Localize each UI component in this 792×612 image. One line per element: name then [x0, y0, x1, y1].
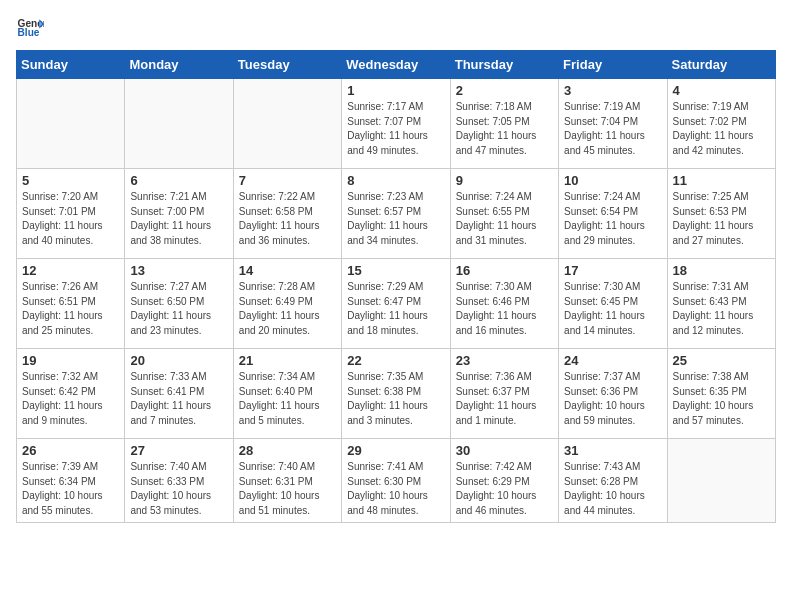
day-info: Sunrise: 7:43 AM Sunset: 6:28 PM Dayligh…: [564, 460, 661, 518]
calendar-week-row: 5Sunrise: 7:20 AM Sunset: 7:01 PM Daylig…: [17, 169, 776, 259]
calendar-cell: 18Sunrise: 7:31 AM Sunset: 6:43 PM Dayli…: [667, 259, 775, 349]
calendar-table: SundayMondayTuesdayWednesdayThursdayFrid…: [16, 50, 776, 523]
calendar-cell: 31Sunrise: 7:43 AM Sunset: 6:28 PM Dayli…: [559, 439, 667, 523]
day-info: Sunrise: 7:22 AM Sunset: 6:58 PM Dayligh…: [239, 190, 336, 248]
day-number: 31: [564, 443, 661, 458]
calendar-cell: 23Sunrise: 7:36 AM Sunset: 6:37 PM Dayli…: [450, 349, 558, 439]
day-number: 1: [347, 83, 444, 98]
calendar-cell: 20Sunrise: 7:33 AM Sunset: 6:41 PM Dayli…: [125, 349, 233, 439]
day-number: 9: [456, 173, 553, 188]
day-info: Sunrise: 7:39 AM Sunset: 6:34 PM Dayligh…: [22, 460, 119, 518]
day-info: Sunrise: 7:35 AM Sunset: 6:38 PM Dayligh…: [347, 370, 444, 428]
calendar-cell: 24Sunrise: 7:37 AM Sunset: 6:36 PM Dayli…: [559, 349, 667, 439]
day-info: Sunrise: 7:24 AM Sunset: 6:54 PM Dayligh…: [564, 190, 661, 248]
day-info: Sunrise: 7:34 AM Sunset: 6:40 PM Dayligh…: [239, 370, 336, 428]
day-info: Sunrise: 7:19 AM Sunset: 7:04 PM Dayligh…: [564, 100, 661, 158]
day-number: 29: [347, 443, 444, 458]
svg-text:Blue: Blue: [18, 27, 40, 38]
day-number: 7: [239, 173, 336, 188]
day-number: 5: [22, 173, 119, 188]
calendar-cell: 28Sunrise: 7:40 AM Sunset: 6:31 PM Dayli…: [233, 439, 341, 523]
day-info: Sunrise: 7:23 AM Sunset: 6:57 PM Dayligh…: [347, 190, 444, 248]
day-info: Sunrise: 7:28 AM Sunset: 6:49 PM Dayligh…: [239, 280, 336, 338]
day-number: 26: [22, 443, 119, 458]
day-info: Sunrise: 7:41 AM Sunset: 6:30 PM Dayligh…: [347, 460, 444, 518]
day-number: 10: [564, 173, 661, 188]
calendar-cell: 5Sunrise: 7:20 AM Sunset: 7:01 PM Daylig…: [17, 169, 125, 259]
day-info: Sunrise: 7:37 AM Sunset: 6:36 PM Dayligh…: [564, 370, 661, 428]
day-header-sunday: Sunday: [17, 51, 125, 79]
day-info: Sunrise: 7:38 AM Sunset: 6:35 PM Dayligh…: [673, 370, 770, 428]
calendar-cell: 19Sunrise: 7:32 AM Sunset: 6:42 PM Dayli…: [17, 349, 125, 439]
calendar-cell: 13Sunrise: 7:27 AM Sunset: 6:50 PM Dayli…: [125, 259, 233, 349]
calendar-cell: 14Sunrise: 7:28 AM Sunset: 6:49 PM Dayli…: [233, 259, 341, 349]
calendar-cell: 10Sunrise: 7:24 AM Sunset: 6:54 PM Dayli…: [559, 169, 667, 259]
day-info: Sunrise: 7:29 AM Sunset: 6:47 PM Dayligh…: [347, 280, 444, 338]
day-info: Sunrise: 7:42 AM Sunset: 6:29 PM Dayligh…: [456, 460, 553, 518]
calendar-cell: 7Sunrise: 7:22 AM Sunset: 6:58 PM Daylig…: [233, 169, 341, 259]
day-info: Sunrise: 7:40 AM Sunset: 6:33 PM Dayligh…: [130, 460, 227, 518]
calendar-cell: 17Sunrise: 7:30 AM Sunset: 6:45 PM Dayli…: [559, 259, 667, 349]
calendar-cell: 8Sunrise: 7:23 AM Sunset: 6:57 PM Daylig…: [342, 169, 450, 259]
day-header-saturday: Saturday: [667, 51, 775, 79]
day-info: Sunrise: 7:26 AM Sunset: 6:51 PM Dayligh…: [22, 280, 119, 338]
day-number: 4: [673, 83, 770, 98]
calendar-cell: 27Sunrise: 7:40 AM Sunset: 6:33 PM Dayli…: [125, 439, 233, 523]
calendar-cell: 26Sunrise: 7:39 AM Sunset: 6:34 PM Dayli…: [17, 439, 125, 523]
day-number: 17: [564, 263, 661, 278]
logo: General Blue: [16, 16, 44, 38]
calendar-cell: 30Sunrise: 7:42 AM Sunset: 6:29 PM Dayli…: [450, 439, 558, 523]
page-header: General Blue: [16, 16, 776, 38]
calendar-cell: [233, 79, 341, 169]
calendar-cell: 4Sunrise: 7:19 AM Sunset: 7:02 PM Daylig…: [667, 79, 775, 169]
calendar-cell: [125, 79, 233, 169]
day-number: 3: [564, 83, 661, 98]
day-number: 20: [130, 353, 227, 368]
day-header-thursday: Thursday: [450, 51, 558, 79]
calendar-cell: 25Sunrise: 7:38 AM Sunset: 6:35 PM Dayli…: [667, 349, 775, 439]
day-number: 22: [347, 353, 444, 368]
logo-icon: General Blue: [16, 16, 44, 38]
day-number: 16: [456, 263, 553, 278]
day-number: 8: [347, 173, 444, 188]
calendar-week-row: 12Sunrise: 7:26 AM Sunset: 6:51 PM Dayli…: [17, 259, 776, 349]
day-number: 14: [239, 263, 336, 278]
day-info: Sunrise: 7:32 AM Sunset: 6:42 PM Dayligh…: [22, 370, 119, 428]
day-header-tuesday: Tuesday: [233, 51, 341, 79]
calendar-cell: 9Sunrise: 7:24 AM Sunset: 6:55 PM Daylig…: [450, 169, 558, 259]
day-info: Sunrise: 7:36 AM Sunset: 6:37 PM Dayligh…: [456, 370, 553, 428]
calendar-cell: [667, 439, 775, 523]
calendar-cell: 16Sunrise: 7:30 AM Sunset: 6:46 PM Dayli…: [450, 259, 558, 349]
day-number: 23: [456, 353, 553, 368]
day-info: Sunrise: 7:31 AM Sunset: 6:43 PM Dayligh…: [673, 280, 770, 338]
day-number: 21: [239, 353, 336, 368]
day-header-monday: Monday: [125, 51, 233, 79]
day-info: Sunrise: 7:27 AM Sunset: 6:50 PM Dayligh…: [130, 280, 227, 338]
day-number: 2: [456, 83, 553, 98]
calendar-cell: 22Sunrise: 7:35 AM Sunset: 6:38 PM Dayli…: [342, 349, 450, 439]
day-number: 28: [239, 443, 336, 458]
day-number: 12: [22, 263, 119, 278]
day-number: 25: [673, 353, 770, 368]
calendar-cell: [17, 79, 125, 169]
day-number: 6: [130, 173, 227, 188]
day-info: Sunrise: 7:30 AM Sunset: 6:45 PM Dayligh…: [564, 280, 661, 338]
day-number: 18: [673, 263, 770, 278]
calendar-cell: 21Sunrise: 7:34 AM Sunset: 6:40 PM Dayli…: [233, 349, 341, 439]
calendar-cell: 15Sunrise: 7:29 AM Sunset: 6:47 PM Dayli…: [342, 259, 450, 349]
calendar-cell: 3Sunrise: 7:19 AM Sunset: 7:04 PM Daylig…: [559, 79, 667, 169]
calendar-cell: 1Sunrise: 7:17 AM Sunset: 7:07 PM Daylig…: [342, 79, 450, 169]
calendar-cell: 2Sunrise: 7:18 AM Sunset: 7:05 PM Daylig…: [450, 79, 558, 169]
day-number: 30: [456, 443, 553, 458]
day-info: Sunrise: 7:17 AM Sunset: 7:07 PM Dayligh…: [347, 100, 444, 158]
calendar-week-row: 19Sunrise: 7:32 AM Sunset: 6:42 PM Dayli…: [17, 349, 776, 439]
day-info: Sunrise: 7:20 AM Sunset: 7:01 PM Dayligh…: [22, 190, 119, 248]
day-number: 11: [673, 173, 770, 188]
day-number: 15: [347, 263, 444, 278]
day-number: 27: [130, 443, 227, 458]
day-number: 24: [564, 353, 661, 368]
day-info: Sunrise: 7:21 AM Sunset: 7:00 PM Dayligh…: [130, 190, 227, 248]
calendar-cell: 6Sunrise: 7:21 AM Sunset: 7:00 PM Daylig…: [125, 169, 233, 259]
calendar-header-row: SundayMondayTuesdayWednesdayThursdayFrid…: [17, 51, 776, 79]
day-info: Sunrise: 7:18 AM Sunset: 7:05 PM Dayligh…: [456, 100, 553, 158]
